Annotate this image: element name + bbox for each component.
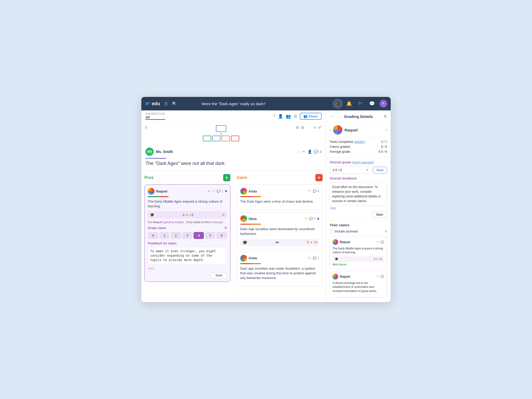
olive-shield-icon[interactable]: 🛡 [304,217,308,221]
mini-comment-icon[interactable]: 💬 [381,241,384,244]
nav-icons: ☰ 🔍 [163,100,178,107]
user-avatar[interactable]: R [378,98,389,109]
tasks-details-link[interactable]: (details) [354,140,365,144]
save-feedback-button[interactable]: Save [372,211,387,218]
student-avatar [333,125,342,135]
shield3-icon[interactable]: 🛡 [308,256,311,260]
underline-bar [145,158,166,159]
grade-input[interactable]: 4.5 / 6 ✕ [330,166,371,174]
settings-icon[interactable]: ⚙ [294,114,297,119]
pros-column: Pros + Raquel ··· ✏ 🛡 💬 1 [141,171,234,302]
raquel-username: Raquel [156,189,167,193]
user-check-icon[interactable]: 👤 [278,114,283,119]
save-button[interactable]: Save [211,272,227,278]
shield2-icon[interactable]: 🛡 [308,189,311,193]
pencil2-icon[interactable]: ✏ [276,240,279,245]
insert-average-link[interactable]: (insert average) [352,161,374,164]
share2-icon[interactable]: 👤 [308,150,312,154]
feedback-box[interactable]: Good effort on this discussion. To enhan… [330,182,387,206]
more-icon[interactable]: ··· [297,150,301,154]
grade-btn-5[interactable]: 5 [205,232,215,239]
grade-number: 4 [183,213,184,217]
shield-icon[interactable]: 🛡 [212,189,215,193]
concept-right-icons: ⚙ ⊞ ≡ ≡● [296,125,322,130]
panel-close[interactable]: ✕ [383,114,387,119]
list2-icon[interactable]: ≡● [318,125,322,130]
mini-avatar-2 [332,274,338,280]
comment-count[interactable]: 💬 4 [314,150,322,154]
filter-icon[interactable]: ≡ [385,229,387,234]
perspective-value[interactable]: All [145,115,165,120]
top-nav-left: edu ☰ 🔍 Were the "Dark Ages" really so d… [141,97,326,110]
concept-node-green [203,136,211,141]
raquel-avatar [148,188,155,195]
olive-comments[interactable]: 💬 2 [309,217,316,221]
menu-icon[interactable]: ☰ [163,100,169,107]
anita-username-1: Anita [249,189,257,193]
flag-icon[interactable]: 🏳 [355,98,366,109]
right-panel: ← Grading Details ✕ ‹ Raquel › Tasks com… [326,110,391,302]
chat-icon[interactable]: 💬 [367,98,377,109]
mini-comment2-icon[interactable]: 💬 [381,275,384,278]
groups-icon[interactable]: 👥 [286,114,291,119]
concept-map [203,125,239,141]
grid-icon[interactable]: ⊞ [301,125,304,130]
search-icon[interactable]: 🔍 [171,100,178,107]
logo[interactable]: edu [145,101,160,107]
close-icon[interactable]: ✕ [222,213,225,217]
mini-username-2: Raquel [340,275,350,278]
concept-bottom-row [203,136,239,141]
grade-btn-4[interactable]: 4 [194,232,204,239]
dots-icon[interactable]: ··· [204,189,206,193]
period: . [224,221,225,224]
anita-comments-1[interactable]: 💬 4 [313,189,319,193]
olive-claim-text: Dark-Age societies were dominated by unc… [240,227,320,236]
back-arrow[interactable]: ← [330,114,334,119]
mini-shield-icon[interactable]: 🛡 [377,241,380,244]
claim-meta-right: ··· ✏ 🛡 💬 1 [204,189,227,193]
info-icon[interactable]: ℹ [145,125,147,129]
refresh-icon[interactable]: ↻ [224,226,227,230]
feedback-note: . Only visible to them [184,221,212,224]
anita-comments-2[interactable]: 💬 1 [313,256,319,260]
grade-btn-0[interactable]: 0 [148,232,158,239]
teacher-statement: The "Dark Ages" were not all that dark. [145,161,322,166]
list-icon[interactable]: ≡ [314,125,316,130]
average-stat-row: Average grade: 4.5 / 6 [330,150,387,154]
archive-checkbox[interactable] [330,230,333,233]
graduation-icon[interactable]: 🎓 [332,98,343,109]
grade-btn-3[interactable]: 3 [182,232,192,239]
save-area: Save [148,272,227,278]
feedback-username[interactable]: Raquel [153,221,163,224]
grade-btn-6[interactable]: 6 [216,232,227,239]
notification-icon[interactable]: 🔔 [344,98,354,109]
cons-column: Cons + Anita 🛡 💬 4 [234,171,326,302]
pencil-icon[interactable]: ✏ [208,189,210,193]
their-claims-header: Their claims [330,223,387,227]
save-grade-button[interactable]: Save [373,167,387,174]
clear-grade-btn[interactable]: ✕ [366,168,369,172]
mini-avatar-1 [332,239,338,245]
change-link[interactable]: (change) [212,221,223,224]
comment-icon[interactable]: 💬 1 [217,189,223,193]
anita-claim-card-1: Anita 🛡 💬 4 The Dark Ages were a time of… [237,184,323,210]
edit-icon[interactable]: ✏ [302,150,305,154]
concept-node-blue [212,136,221,141]
add-cons-button[interactable]: + [315,174,323,181]
feedback-textarea[interactable]: To make it even stronger, you might cons… [148,247,227,265]
share-button[interactable]: 👥 Share [300,113,322,120]
mini-shield2-icon[interactable]: 🛡 [377,275,380,278]
grading-details-link[interactable]: (grading details) [163,221,184,224]
prev-student-arrow[interactable]: ‹ [330,128,331,132]
add-pros-button[interactable]: + [223,174,230,181]
teacher-avatar: MS [145,148,154,156]
panel-header: ← Grading Details ✕ [326,110,391,123]
grade-btn-2[interactable]: 2 [171,232,181,239]
olive-unread-dot [317,218,319,220]
grade-btn-1[interactable]: 1 [159,232,170,239]
teacher-actions: ··· ✏ 👤 💬 4 [297,150,322,154]
teacher-name: Ms. Smith [156,150,173,154]
next-student-arrow[interactable]: › [386,128,387,132]
settings2-icon[interactable]: ⚙ [296,125,299,130]
help-icon[interactable]: ? [273,114,275,118]
